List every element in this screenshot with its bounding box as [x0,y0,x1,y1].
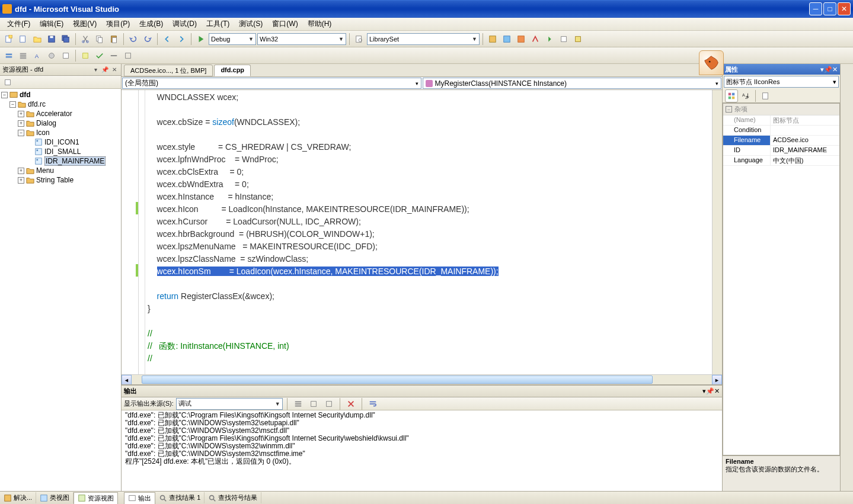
tb2-icon-5[interactable] [59,49,72,62]
function-combo[interactable]: MyRegisterClass(HINSTANCE hInstance)▾ [423,78,722,89]
tb-icon-5[interactable] [543,33,556,46]
menu-tools[interactable]: 工具(T) [202,18,234,30]
prop-category-misc[interactable]: −杂项 [723,104,839,115]
code-text[interactable]: WNDCLASSEX wcex; wcex.cbSize = sizeof(WN… [145,90,712,374]
tb2-icon-4[interactable] [45,49,58,62]
tab-find-symbol[interactable]: 查找符号结果 [205,492,261,503]
tree-string-table[interactable]: String Table [36,176,74,184]
panel-pin-icon[interactable]: 📌 [824,66,832,73]
new-project-button[interactable] [2,33,15,46]
panel-pin-icon[interactable]: 📌 [101,66,109,74]
nav-back-button[interactable] [161,33,174,46]
tree-menu[interactable]: Menu [36,166,54,175]
prop-pages-icon[interactable] [759,89,772,102]
tree-icon-folder[interactable]: Icon [36,129,50,137]
find-combo[interactable]: LibrarySet▼ [367,33,480,45]
paste-button[interactable] [107,33,120,46]
tb-icon-4[interactable] [529,33,542,46]
nav-fwd-button[interactable] [175,33,188,46]
output-text[interactable]: "dfd.exe": 已卸载"C:\Program Files\Kingsoft… [122,410,722,491]
prop-categorized-icon[interactable] [725,89,738,102]
open-button[interactable] [31,33,44,46]
tree-accelerator[interactable]: Accelerator [36,110,72,118]
tree-idi-small[interactable]: IDI_SMALL [44,147,81,156]
panel-dropdown-icon[interactable]: ▾ [91,66,100,74]
save-button[interactable] [45,33,58,46]
prop-row-condition[interactable]: Condition [723,126,839,136]
tb2-icon-2[interactable] [17,49,30,62]
tb2-icon-3[interactable]: A [31,49,44,62]
tab-output[interactable]: 输出 [124,492,155,504]
menu-test[interactable]: 测试(S) [234,18,267,30]
panel-close-icon[interactable]: ✕ [714,387,720,395]
tree-idi-icon1[interactable]: IDI_ICON1 [44,138,79,146]
start-debug-button[interactable] [194,33,207,46]
tab-class-view[interactable]: 类视图 [36,492,74,503]
tb2-icon-6[interactable] [79,49,92,62]
prop-row-language[interactable]: Language中文(中国) [723,156,839,166]
close-button[interactable]: ✕ [838,2,851,15]
tree-root[interactable]: dfd [20,91,31,99]
prop-row-name[interactable]: (Name)图标节点 [723,115,839,126]
scroll-thumb[interactable] [142,375,653,384]
expand-icon[interactable]: + [18,168,24,174]
tb2-icon-1[interactable] [2,49,15,62]
tb-icon-7[interactable] [571,33,584,46]
expand-icon[interactable]: + [18,111,24,117]
editor-tab-ico[interactable]: ACDSee.ico..., 1 位, BMP] [124,65,213,76]
tb-icon-3[interactable] [515,33,528,46]
tab-solution-explorer[interactable]: 解决... [0,492,36,503]
menu-window[interactable]: 窗口(W) [267,18,302,30]
platform-combo[interactable]: Win32▼ [257,33,346,45]
resource-tree[interactable]: −dfd −dfd.rc +Accelerator +Dialog −Icon … [0,89,121,491]
menu-help[interactable]: 帮助(H) [303,18,337,30]
tab-find-results-1[interactable]: 查找结果 1 [155,492,205,503]
tab-resource-view[interactable]: 资源视图 [74,492,118,504]
expand-icon[interactable]: − [18,130,24,136]
scope-combo[interactable]: (全局范围)▾ [122,78,421,89]
redo-button[interactable] [141,33,154,46]
panel-close-icon[interactable]: ✕ [110,66,119,74]
out-clear-icon[interactable] [344,397,357,410]
menu-build[interactable]: 生成(B) [135,18,168,30]
undo-button[interactable] [127,33,140,46]
scroll-left-icon[interactable]: ◄ [122,375,132,385]
expand-icon[interactable]: − [1,92,8,98]
tree-tb-icon[interactable] [1,76,14,89]
tb2-icon-8[interactable] [107,49,120,62]
panel-close-icon[interactable]: ✕ [832,66,838,73]
out-wrap-icon[interactable] [366,397,379,410]
save-all-button[interactable] [59,33,72,46]
add-item-button[interactable] [17,33,30,46]
tb-icon-2[interactable] [500,33,513,46]
panel-pin-icon[interactable]: 📌 [706,387,714,395]
tb-icon-1[interactable] [486,33,499,46]
out-tb-icon-1[interactable] [292,397,305,410]
prop-row-filename[interactable]: FilenameACDSee.ico [723,136,839,146]
editor-vscrollbar[interactable] [712,90,722,374]
minimize-button[interactable]: ─ [809,2,822,15]
properties-object-combo[interactable]: 图标节点 IIconRes▾ [724,76,839,88]
menu-edit[interactable]: 编辑(E) [35,18,68,30]
prop-row-id[interactable]: IDIDR_MAINFRAME [723,146,839,156]
code-editor[interactable]: WNDCLASSEX wcex; wcex.cbSize = sizeof(WN… [122,90,722,374]
menu-debug[interactable]: 调试(D) [168,18,202,30]
prop-alpha-icon[interactable]: AZ [739,89,752,102]
tb-icon-6[interactable] [557,33,570,46]
out-tb-icon-2[interactable] [307,397,320,410]
expand-icon[interactable]: + [18,177,24,184]
out-tb-icon-3[interactable] [322,397,336,410]
menu-view[interactable]: 视图(V) [68,18,101,30]
expand-icon[interactable]: + [18,120,24,127]
tree-dialog[interactable]: Dialog [36,119,56,127]
find-in-files-button[interactable] [353,33,366,46]
config-combo[interactable]: Debug▼ [209,33,256,45]
tb2-icon-7[interactable] [93,49,106,62]
scroll-right-icon[interactable]: ► [712,375,722,385]
properties-grid[interactable]: −杂项 (Name)图标节点 Condition FilenameACDSee.… [723,103,840,455]
menu-project[interactable]: 项目(P) [101,18,135,30]
copy-button[interactable] [93,33,106,46]
maximize-button[interactable]: □ [823,2,836,15]
output-source-combo[interactable]: 调试▼ [176,398,283,410]
editor-hscrollbar[interactable]: ◄ ► [122,374,722,384]
